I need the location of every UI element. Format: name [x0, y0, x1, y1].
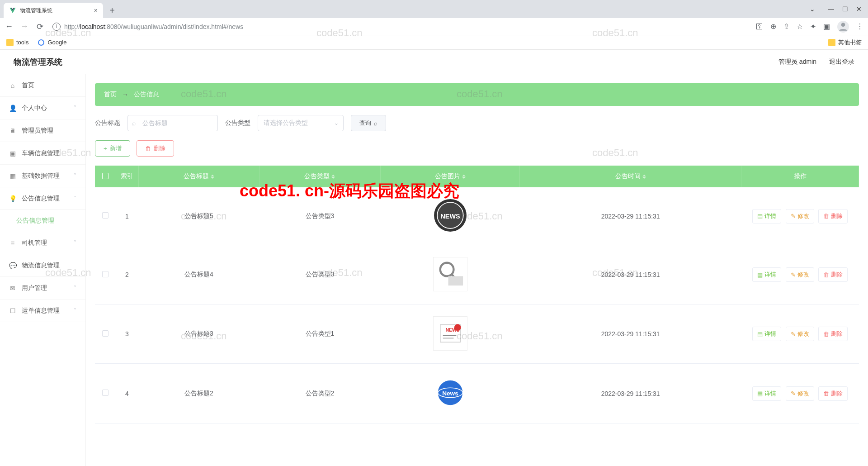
back-icon[interactable]: ←: [5, 22, 14, 31]
table-header[interactable]: 操作: [741, 166, 859, 187]
edit-button[interactable]: ✎修改: [786, 386, 814, 401]
delete-button[interactable]: 🗑删除: [818, 386, 848, 401]
chevron-down-icon: ⌄: [334, 120, 339, 126]
reload-icon[interactable]: ⟳: [35, 22, 44, 32]
bulb-icon: 💡: [9, 195, 16, 202]
batch-delete-button[interactable]: 🗑 删除: [137, 140, 174, 157]
bookmark-google[interactable]: Google: [38, 39, 66, 46]
site-info-icon[interactable]: i: [52, 23, 61, 31]
trash-icon: 🗑: [823, 331, 829, 338]
bookmark-icon[interactable]: ☆: [797, 22, 803, 31]
menu-label: 用户管理: [22, 284, 47, 292]
msg-icon: 💬: [9, 262, 16, 269]
sidebar-item-admin[interactable]: 🖥管理员管理: [0, 119, 85, 142]
delete-button[interactable]: 🗑删除: [818, 267, 848, 282]
sidebar-item-bulb[interactable]: 💡公告信息管理˄: [0, 187, 85, 210]
delete-button[interactable]: 🗑删除: [818, 209, 848, 223]
chevron-down-icon: ˅: [74, 173, 76, 179]
sidebar-item-car[interactable]: ▣车辆信息管理: [0, 142, 85, 165]
query-button[interactable]: 查询 ⌕: [351, 115, 386, 131]
table-header[interactable]: 公告图片: [380, 166, 520, 187]
sidebar-subitem[interactable]: 公告信息管理: [0, 210, 85, 232]
extensions-icon[interactable]: ✦: [810, 22, 816, 31]
menu-label: 基础数据管理: [22, 172, 60, 180]
menu-label: 运单信息管理: [22, 307, 60, 315]
detail-button[interactable]: ▤详情: [752, 209, 781, 223]
add-button[interactable]: + 新增: [95, 140, 130, 157]
row-time: 2022-03-29 11:15:31: [520, 245, 741, 304]
detail-button[interactable]: ▤详情: [752, 386, 781, 401]
delete-button[interactable]: 🗑删除: [818, 327, 848, 341]
menu-label: 公告信息管理: [22, 195, 60, 203]
row-checkbox[interactable]: [102, 390, 108, 396]
bookmark-other[interactable]: 其他书签: [828, 38, 862, 47]
zoom-icon[interactable]: ⊕: [770, 22, 776, 31]
row-time: 2022-03-29 11:15:31: [520, 187, 741, 245]
browser-tab[interactable]: 物流管理系统 ×: [4, 3, 103, 18]
sort-icon[interactable]: [642, 175, 646, 179]
car-icon: ▣: [9, 150, 16, 157]
app-header: 物流管理系统 管理员 admin 退出登录: [0, 50, 868, 74]
sidebar: ⌂首页👤个人中心˅🖥管理员管理▣车辆信息管理▦基础数据管理˅💡公告信息管理˄公告…: [0, 74, 86, 466]
google-icon: [38, 39, 45, 46]
row-checkbox[interactable]: [102, 212, 108, 219]
detail-button[interactable]: ▤详情: [752, 327, 781, 341]
forward-icon[interactable]: →: [20, 22, 29, 31]
svg-rect-6: [448, 276, 463, 285]
table-header: [95, 166, 116, 187]
bookmark-tools[interactable]: tools: [6, 39, 28, 46]
edit-button[interactable]: ✎修改: [786, 267, 814, 282]
type-select[interactable]: 请选择公告类型 ⌄: [258, 115, 344, 131]
title-input[interactable]: [127, 115, 218, 131]
select-placeholder: 请选择公告类型: [264, 119, 308, 127]
close-window-icon[interactable]: ✕: [856, 5, 862, 13]
sidebar-item-home[interactable]: ⌂首页: [0, 74, 85, 97]
table-header[interactable]: 公告标题: [138, 166, 259, 187]
sidepanel-icon[interactable]: ▣: [823, 22, 830, 31]
edit-button[interactable]: ✎修改: [786, 209, 814, 223]
sort-icon[interactable]: [331, 175, 335, 179]
table-header[interactable]: 索引: [116, 166, 138, 187]
title-label: 公告标题: [95, 119, 120, 127]
breadcrumb-current: 公告信息: [134, 90, 159, 99]
table-header[interactable]: 公告时间: [520, 166, 741, 187]
edit-button[interactable]: ✎修改: [786, 327, 814, 341]
maximize-icon[interactable]: ☐: [842, 5, 848, 13]
sidebar-item-mail[interactable]: ✉用户管理˅: [0, 277, 85, 300]
tabs-dropdown-icon[interactable]: ⌄: [810, 5, 815, 13]
svg-text:NEWS: NEWS: [440, 213, 460, 220]
app-title: 物流管理系统: [14, 57, 62, 67]
sidebar-item-grid[interactable]: ▦基础数据管理˅: [0, 165, 85, 187]
sidebar-item-driver[interactable]: ≡司机管理˅: [0, 232, 85, 254]
user-label[interactable]: 管理员 admin: [778, 58, 816, 66]
minimize-icon[interactable]: —: [828, 5, 834, 13]
menu-icon[interactable]: ⋮: [856, 22, 863, 31]
row-title: 公告标题4: [138, 245, 259, 304]
mail-icon: ✉: [9, 285, 16, 292]
breadcrumb-home[interactable]: 首页: [104, 90, 117, 99]
row-checkbox[interactable]: [102, 330, 108, 337]
profile-avatar[interactable]: [837, 21, 849, 33]
trash-icon: 🗑: [823, 271, 829, 278]
trash-icon: 🗑: [823, 213, 829, 219]
list-icon: ▤: [757, 271, 763, 278]
row-checkbox[interactable]: [102, 271, 108, 277]
logout-link[interactable]: 退出登录: [829, 58, 854, 66]
close-icon[interactable]: ×: [94, 7, 98, 14]
sidebar-item-user[interactable]: 👤个人中心˅: [0, 97, 85, 119]
address-bar[interactable]: i http://localhost:8080/wuliuguanliwu/ad…: [51, 23, 750, 31]
detail-button[interactable]: ▤详情: [752, 267, 781, 282]
sidebar-item-msg[interactable]: 💬物流信息管理: [0, 254, 85, 277]
driver-icon: ≡: [9, 239, 16, 247]
sort-icon[interactable]: [462, 175, 466, 179]
new-tab-button[interactable]: +: [106, 4, 118, 17]
sort-icon[interactable]: [211, 175, 214, 179]
sidebar-item-order[interactable]: ☐运单信息管理˅: [0, 300, 85, 322]
select-all-checkbox[interactable]: [102, 173, 108, 179]
pencil-icon: ✎: [791, 390, 796, 397]
menu-label: 个人中心: [22, 104, 47, 112]
share-icon[interactable]: ⇪: [783, 22, 789, 31]
table-header[interactable]: 公告类型: [259, 166, 381, 187]
key-icon[interactable]: ⚿: [756, 23, 763, 31]
news-image: NEWS: [433, 316, 467, 351]
